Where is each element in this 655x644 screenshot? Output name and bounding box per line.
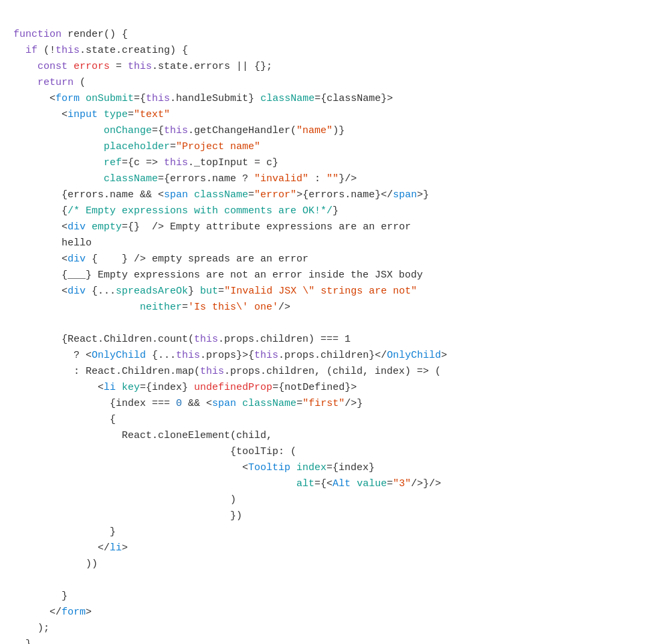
- line-18: neither='Is this\' one'/>: [13, 302, 290, 313]
- line-9: ref={c => this._topInput = c}: [13, 157, 278, 169]
- line-37: </form>: [13, 607, 92, 618]
- line-31: }): [13, 510, 242, 522]
- line-34: )): [13, 558, 98, 570]
- line-1: function render() {: [13, 29, 128, 40]
- line-10: className={errors.name ? "invalid" : ""}…: [13, 173, 357, 185]
- line-32: }: [13, 526, 116, 538]
- line-2: if (!this.state.creating) {: [13, 45, 188, 56]
- line-20: {React.Children.count(this.props.childre…: [13, 334, 351, 345]
- line-17: <div {...spreadsAreOk} but="Invalid JSX …: [13, 286, 417, 297]
- line-30: ): [13, 494, 236, 506]
- line-3: const errors = this.state.errors || {};: [13, 61, 272, 72]
- line-26: React.cloneElement(child,: [13, 430, 272, 441]
- line-4: return (: [13, 77, 86, 88]
- line-21: ? <OnlyChild {...this.props}>{this.props…: [13, 350, 447, 361]
- line-6: <input type="text": [13, 109, 170, 120]
- line-25: {: [13, 414, 116, 425]
- line-5: <form onSubmit={this.handleSubmit} class…: [13, 93, 393, 104]
- line-14: hello: [13, 237, 92, 249]
- line-22: : React.Children.map(this.props.children…: [13, 366, 441, 377]
- line-12: {/* Empty expressions with comments are …: [13, 205, 339, 217]
- line-13: <div empty={} /> Empty attribute express…: [13, 221, 411, 233]
- line-15: <div { } /> empty spreads are an error: [13, 253, 308, 265]
- code-editor: function render() { if (!this.state.crea…: [13, 11, 642, 644]
- line-29: alt={<Alt value="3"/>}/>: [13, 478, 441, 490]
- line-24: {index === 0 && <span className="first"/…: [13, 398, 363, 409]
- line-39: }: [13, 639, 31, 644]
- line-23: <li key={index} undefinedProp={notDefine…: [13, 382, 357, 393]
- line-16: {___} Empty expressions are not an error…: [13, 270, 423, 281]
- line-7: onChange={this.getChangeHandler("name")}: [13, 125, 345, 136]
- line-36: }: [13, 591, 68, 602]
- line-8: placeholder="Project name": [13, 141, 260, 152]
- line-11: {errors.name && <span className="error">…: [13, 189, 429, 201]
- line-27: {toolTip: (: [13, 446, 296, 457]
- line-38: );: [13, 623, 50, 634]
- line-28: <Tooltip index={index}: [13, 462, 375, 473]
- line-33: </li>: [13, 542, 128, 554]
